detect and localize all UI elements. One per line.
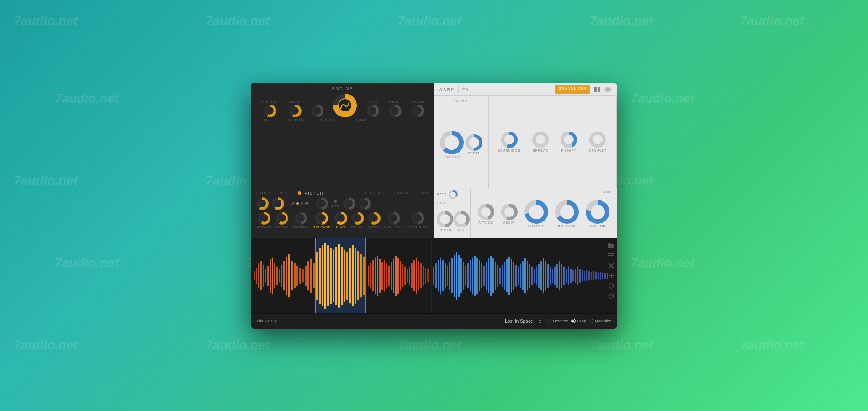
pitch-knob[interactable] (366, 105, 379, 117)
loop-waveform-icon[interactable] (608, 282, 615, 290)
dimension-knob[interactable] (501, 132, 518, 148)
svg-rect-110 (499, 267, 501, 284)
mix-display: Mix: 32.5% (257, 319, 277, 323)
hive-depth-label: DEPTH (439, 228, 452, 232)
delay-knob[interactable] (351, 212, 364, 225)
size3-knob[interactable] (358, 197, 371, 210)
svg-rect-92 (458, 254, 460, 296)
amp-release-knob[interactable] (555, 200, 579, 224)
fshift-knob[interactable] (561, 132, 577, 148)
shape-main-knob[interactable] (333, 94, 357, 117)
sync-dot[interactable] (334, 200, 337, 203)
eam-knob[interactable] (334, 212, 347, 225)
drywet-label: DRY/WET (589, 149, 607, 152)
smear-knob[interactable] (412, 105, 424, 117)
amp-volume-knob[interactable] (586, 200, 609, 224)
preset-arrows[interactable]: ▲ ▼ (538, 318, 541, 325)
svg-rect-117 (515, 264, 517, 287)
svg-rect-94 (463, 262, 464, 290)
lp-dot[interactable] (296, 202, 299, 205)
svg-rect-82 (435, 263, 437, 288)
width-knob[interactable] (368, 212, 381, 225)
svg-rect-32 (307, 261, 309, 290)
sustain-knob[interactable] (294, 212, 307, 225)
cutoff-knob[interactable] (256, 197, 269, 210)
svg-rect-156 (604, 273, 606, 279)
svg-rect-85 (442, 260, 444, 291)
amp-attack-knob[interactable] (478, 204, 494, 220)
loop-radio[interactable]: Loop (571, 319, 586, 323)
mode-knob[interactable] (289, 105, 302, 117)
warp-subtitle: WARP (439, 99, 484, 103)
rate-knob[interactable] (449, 190, 458, 199)
filter-header: CUTOFF RES FILTER FEEDBACK LOW CUT SIZE (256, 191, 429, 195)
feedback-knob[interactable] (315, 197, 328, 210)
radio-group: Reverse Loop Quantize (547, 319, 611, 323)
spread-knob[interactable] (532, 132, 549, 148)
amp-sustain-knob[interactable] (524, 200, 548, 224)
lowcut-label: LOW CUT (394, 191, 412, 195)
add-icon[interactable] (608, 272, 615, 279)
warp-depth-knob[interactable] (466, 134, 482, 151)
smooth-label: SMOOTH (443, 155, 460, 158)
res-knob[interactable] (271, 197, 284, 210)
list-icon[interactable] (608, 252, 615, 259)
close-icon[interactable] (608, 262, 615, 269)
reverse-radio[interactable]: Reverse (547, 319, 568, 323)
folder-icon[interactable] (608, 242, 615, 249)
svg-rect-66 (397, 258, 399, 294)
svg-rect-124 (531, 266, 533, 285)
lowcut-knob[interactable] (343, 197, 355, 210)
warp-fx-header: WARP FX GRANULIZER (434, 83, 617, 96)
svg-rect-123 (529, 263, 530, 288)
hive-depth-knob[interactable] (437, 211, 453, 227)
preset-name: Lost In Space (505, 319, 533, 324)
decay-knob[interactable] (275, 212, 288, 225)
svg-rect-95 (465, 265, 466, 286)
warp-tab[interactable]: WARP (439, 87, 455, 92)
sp-knob[interactable] (311, 105, 323, 117)
drywet-knob[interactable] (589, 132, 606, 148)
header-divider (458, 86, 459, 93)
size2-label: SIZE (420, 191, 429, 195)
svg-rect-76 (420, 263, 422, 288)
waveform-section (251, 238, 617, 313)
svg-rect-31 (305, 265, 307, 286)
res-label: RES (280, 191, 287, 195)
watermark-4: 7audio.net (589, 14, 653, 28)
hp-dot[interactable] (301, 202, 303, 205)
magic-knob[interactable] (389, 105, 402, 117)
modules-icon[interactable] (593, 85, 601, 94)
amp-decay-knob[interactable] (501, 204, 518, 220)
attack-knob[interactable] (258, 212, 270, 225)
diffusion-knob[interactable] (412, 212, 424, 225)
highcut-knob[interactable] (387, 212, 400, 225)
granulizer-tab[interactable]: GRANULIZER (555, 85, 590, 94)
hive-mix-group: MIX (453, 211, 470, 232)
hive-mix-knob[interactable] (453, 211, 470, 227)
reverse-knob[interactable] (264, 105, 276, 117)
svg-point-5 (606, 87, 611, 92)
cutoff-label: CUTOFF (256, 191, 271, 195)
smooth-knob[interactable] (440, 131, 464, 154)
svg-rect-65 (395, 255, 397, 295)
reverse-waveform-icon[interactable] (608, 292, 615, 300)
svg-rect-21 (279, 269, 280, 282)
watermark-17: 7audio.net (630, 256, 694, 270)
quantize-radio[interactable]: Quantize (589, 319, 611, 323)
waveform-display[interactable] (251, 238, 617, 313)
svg-rect-109 (497, 264, 498, 287)
release-knob[interactable] (315, 212, 328, 225)
svg-rect-48 (352, 245, 354, 306)
svg-rect-22 (281, 264, 282, 287)
svg-rect-144 (577, 266, 578, 285)
fx-tab[interactable]: FX (462, 87, 470, 92)
settings-icon[interactable] (604, 85, 612, 94)
svg-rect-143 (575, 269, 576, 283)
warp-section: WARP SMOOTH DEPTH (434, 96, 489, 188)
svg-rect-56 (375, 257, 376, 294)
amp-volume-group: VOLUME (586, 200, 609, 228)
dimension-knob-group: DIMENSION (498, 132, 521, 152)
svg-rect-120 (522, 261, 524, 290)
svg-rect-132 (550, 266, 551, 285)
